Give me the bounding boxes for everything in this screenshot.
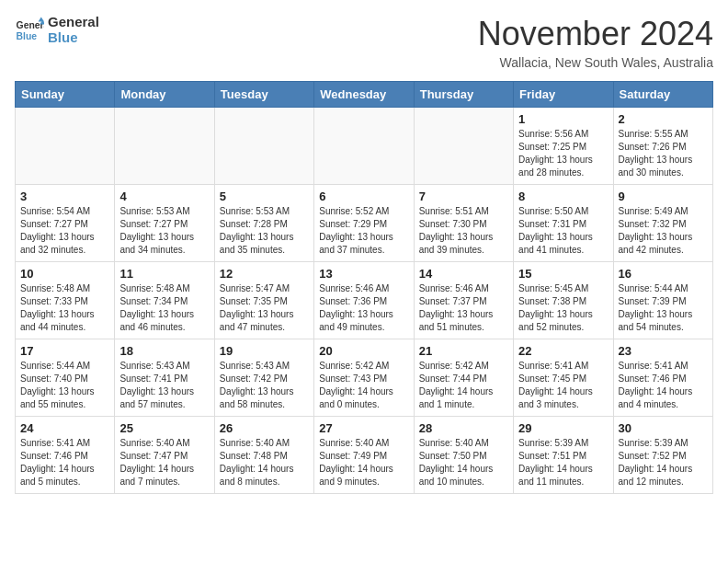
day-number: 3 — [20, 190, 109, 203]
day-info: Sunrise: 5:39 AM Sunset: 7:52 PM Dayligh… — [619, 437, 708, 488]
day-info: Sunrise: 5:40 AM Sunset: 7:49 PM Dayligh… — [319, 437, 408, 488]
month-title: November 2024 — [478, 15, 713, 53]
week-row: 24Sunrise: 5:41 AM Sunset: 7:46 PM Dayli… — [16, 417, 713, 494]
week-row: 1Sunrise: 5:56 AM Sunset: 7:25 PM Daylig… — [16, 108, 713, 185]
calendar-cell: 3Sunrise: 5:54 AM Sunset: 7:27 PM Daylig… — [16, 185, 115, 262]
header-row: SundayMondayTuesdayWednesdayThursdayFrid… — [16, 82, 713, 108]
day-number: 30 — [619, 421, 708, 435]
day-info: Sunrise: 5:56 AM Sunset: 7:25 PM Dayligh… — [518, 128, 608, 179]
day-info: Sunrise: 5:49 AM Sunset: 7:32 PM Dayligh… — [619, 205, 708, 257]
day-number: 21 — [419, 344, 508, 358]
day-info: Sunrise: 5:43 AM Sunset: 7:41 PM Dayligh… — [119, 360, 209, 411]
calendar-cell: 19Sunrise: 5:43 AM Sunset: 7:42 PM Dayli… — [214, 339, 313, 417]
calendar-cell: 23Sunrise: 5:41 AM Sunset: 7:46 PM Dayli… — [613, 339, 712, 417]
calendar-cell: 26Sunrise: 5:40 AM Sunset: 7:48 PM Dayli… — [214, 417, 313, 494]
weekday-header: Friday — [514, 82, 613, 108]
calendar-cell: 25Sunrise: 5:40 AM Sunset: 7:47 PM Dayli… — [115, 417, 214, 494]
calendar-cell: 16Sunrise: 5:44 AM Sunset: 7:39 PM Dayli… — [613, 262, 712, 339]
day-number: 14 — [419, 267, 508, 281]
day-info: Sunrise: 5:47 AM Sunset: 7:35 PM Dayligh… — [220, 282, 309, 334]
logo: General Blue General Blue — [15, 15, 99, 45]
calendar-cell: 22Sunrise: 5:41 AM Sunset: 7:45 PM Dayli… — [514, 339, 613, 417]
day-info: Sunrise: 5:50 AM Sunset: 7:31 PM Dayligh… — [518, 205, 608, 257]
day-number: 16 — [619, 267, 708, 281]
day-number: 13 — [319, 267, 408, 281]
calendar-cell: 11Sunrise: 5:48 AM Sunset: 7:34 PM Dayli… — [115, 262, 214, 339]
day-info: Sunrise: 5:51 AM Sunset: 7:30 PM Dayligh… — [419, 205, 508, 257]
calendar-cell: 5Sunrise: 5:53 AM Sunset: 7:28 PM Daylig… — [214, 185, 313, 262]
calendar-cell — [16, 108, 115, 185]
day-info: Sunrise: 5:45 AM Sunset: 7:38 PM Dayligh… — [518, 282, 608, 334]
weekday-header: Wednesday — [314, 82, 414, 108]
day-number: 23 — [619, 344, 708, 358]
calendar-cell — [314, 108, 414, 185]
location: Wallacia, New South Wales, Australia — [478, 55, 713, 70]
day-info: Sunrise: 5:39 AM Sunset: 7:51 PM Dayligh… — [518, 437, 608, 488]
day-number: 20 — [319, 344, 408, 358]
day-info: Sunrise: 5:53 AM Sunset: 7:27 PM Dayligh… — [119, 205, 209, 257]
day-number: 28 — [419, 421, 508, 435]
day-info: Sunrise: 5:46 AM Sunset: 7:36 PM Dayligh… — [319, 282, 408, 334]
calendar-cell — [214, 108, 313, 185]
day-number: 4 — [119, 190, 209, 203]
day-info: Sunrise: 5:40 AM Sunset: 7:50 PM Dayligh… — [419, 437, 508, 488]
calendar-cell: 18Sunrise: 5:43 AM Sunset: 7:41 PM Dayli… — [115, 339, 214, 417]
calendar-cell: 30Sunrise: 5:39 AM Sunset: 7:52 PM Dayli… — [613, 417, 712, 494]
calendar-cell: 2Sunrise: 5:55 AM Sunset: 7:26 PM Daylig… — [613, 108, 712, 185]
calendar-cell: 29Sunrise: 5:39 AM Sunset: 7:51 PM Dayli… — [514, 417, 613, 494]
day-number: 9 — [619, 190, 708, 203]
logo-icon: General Blue — [15, 16, 44, 45]
week-row: 10Sunrise: 5:48 AM Sunset: 7:33 PM Dayli… — [16, 262, 713, 339]
svg-text:General: General — [17, 20, 44, 30]
calendar-cell: 28Sunrise: 5:40 AM Sunset: 7:50 PM Dayli… — [414, 417, 513, 494]
day-number: 17 — [20, 344, 109, 358]
calendar-cell: 14Sunrise: 5:46 AM Sunset: 7:37 PM Dayli… — [414, 262, 513, 339]
calendar-cell: 10Sunrise: 5:48 AM Sunset: 7:33 PM Dayli… — [16, 262, 115, 339]
weekday-header: Thursday — [414, 82, 513, 108]
calendar-cell: 24Sunrise: 5:41 AM Sunset: 7:46 PM Dayli… — [16, 417, 115, 494]
day-info: Sunrise: 5:40 AM Sunset: 7:47 PM Dayligh… — [119, 437, 209, 488]
calendar-cell: 27Sunrise: 5:40 AM Sunset: 7:49 PM Dayli… — [314, 417, 414, 494]
day-number: 26 — [220, 421, 309, 435]
day-number: 10 — [20, 267, 109, 281]
calendar-cell: 9Sunrise: 5:49 AM Sunset: 7:32 PM Daylig… — [613, 185, 712, 262]
title-block: November 2024 Wallacia, New South Wales,… — [478, 15, 713, 70]
calendar-cell — [115, 108, 214, 185]
day-info: Sunrise: 5:41 AM Sunset: 7:46 PM Dayligh… — [20, 437, 109, 488]
calendar-cell: 12Sunrise: 5:47 AM Sunset: 7:35 PM Dayli… — [214, 262, 313, 339]
day-number: 19 — [220, 344, 309, 358]
day-number: 12 — [220, 267, 309, 281]
day-info: Sunrise: 5:41 AM Sunset: 7:46 PM Dayligh… — [619, 360, 708, 411]
calendar-cell: 7Sunrise: 5:51 AM Sunset: 7:30 PM Daylig… — [414, 185, 513, 262]
day-info: Sunrise: 5:55 AM Sunset: 7:26 PM Dayligh… — [619, 128, 708, 179]
day-info: Sunrise: 5:43 AM Sunset: 7:42 PM Dayligh… — [220, 360, 309, 411]
weekday-header: Monday — [115, 82, 214, 108]
calendar: SundayMondayTuesdayWednesdayThursdayFrid… — [15, 81, 713, 494]
day-number: 2 — [619, 112, 708, 126]
day-number: 27 — [319, 421, 408, 435]
day-info: Sunrise: 5:48 AM Sunset: 7:34 PM Dayligh… — [119, 282, 209, 334]
day-number: 18 — [119, 344, 209, 358]
calendar-cell: 4Sunrise: 5:53 AM Sunset: 7:27 PM Daylig… — [115, 185, 214, 262]
svg-text:Blue: Blue — [17, 30, 38, 40]
weekday-header: Sunday — [16, 82, 115, 108]
logo-line2: Blue — [48, 30, 99, 46]
day-info: Sunrise: 5:44 AM Sunset: 7:40 PM Dayligh… — [20, 360, 109, 411]
calendar-cell: 6Sunrise: 5:52 AM Sunset: 7:29 PM Daylig… — [314, 185, 414, 262]
calendar-cell: 8Sunrise: 5:50 AM Sunset: 7:31 PM Daylig… — [514, 185, 613, 262]
day-number: 6 — [319, 190, 408, 203]
weekday-header: Tuesday — [214, 82, 313, 108]
day-number: 1 — [518, 112, 608, 126]
day-number: 22 — [518, 344, 608, 358]
day-info: Sunrise: 5:44 AM Sunset: 7:39 PM Dayligh… — [619, 282, 708, 334]
day-info: Sunrise: 5:42 AM Sunset: 7:44 PM Dayligh… — [419, 360, 508, 411]
day-number: 7 — [419, 190, 508, 203]
calendar-cell: 15Sunrise: 5:45 AM Sunset: 7:38 PM Dayli… — [514, 262, 613, 339]
day-info: Sunrise: 5:41 AM Sunset: 7:45 PM Dayligh… — [518, 360, 608, 411]
svg-marker-2 — [39, 17, 44, 21]
weekday-header: Saturday — [613, 82, 712, 108]
day-number: 5 — [220, 190, 309, 203]
page-header: General Blue General Blue November 2024 … — [15, 15, 713, 70]
day-number: 29 — [518, 421, 608, 435]
calendar-cell: 20Sunrise: 5:42 AM Sunset: 7:43 PM Dayli… — [314, 339, 414, 417]
